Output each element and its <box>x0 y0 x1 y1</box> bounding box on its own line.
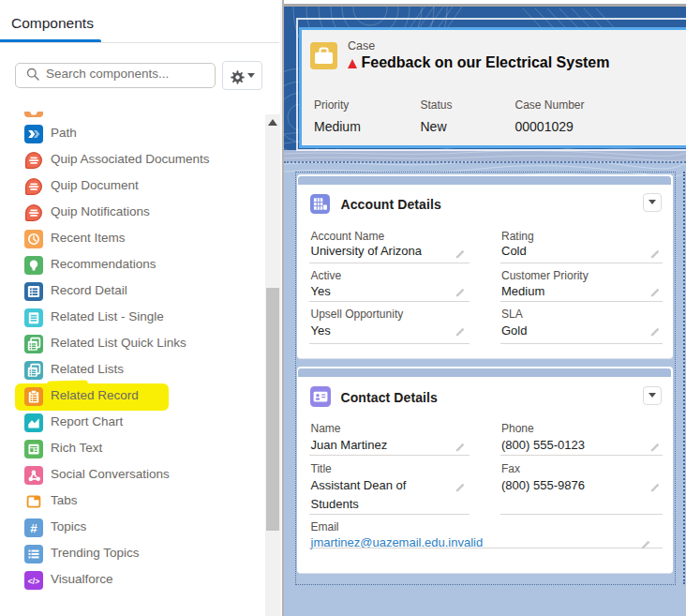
svg-text:#: # <box>30 521 37 535</box>
svg-text:</>: </> <box>28 577 39 586</box>
